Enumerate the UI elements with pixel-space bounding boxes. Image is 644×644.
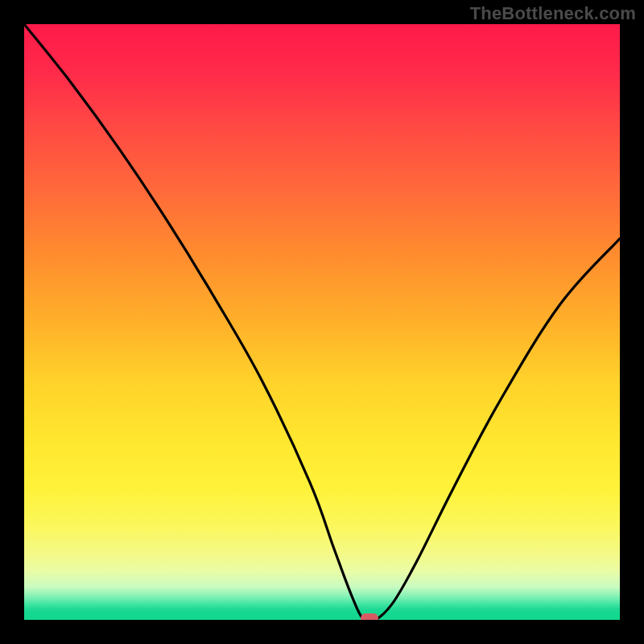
chart-frame: TheBottleneck.com bbox=[0, 0, 644, 644]
watermark-text: TheBottleneck.com bbox=[470, 3, 636, 24]
bottleneck-curve bbox=[24, 24, 620, 620]
plot-area bbox=[24, 24, 620, 620]
optimal-point-marker bbox=[361, 613, 378, 620]
